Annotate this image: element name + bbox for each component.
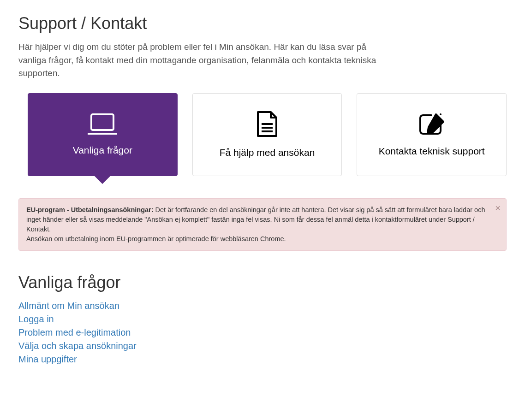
tab-label: Få hjälp med ansökan [220,146,315,159]
close-icon[interactable]: × [495,203,501,213]
tab-contact[interactable]: Kontakta teknisk support [357,93,507,176]
faq-link-eid[interactable]: Problem med e-legitimation [18,327,131,337]
alert-bold: EU-program - Utbetalningsansökningar: [26,206,154,213]
edit-icon [418,112,446,136]
list-item: Välja och skapa ansökningar [18,341,507,351]
list-item: Allmänt om Min ansökan [18,301,507,311]
svg-rect-0 [91,114,113,130]
tab-label: Kontakta teknisk support [379,145,485,157]
alert-body2: Ansökan om utbetalning inom EU-programme… [26,235,286,243]
page-title: Support / Kontakt [18,14,507,33]
faq-link-login[interactable]: Logga in [18,314,54,324]
faq-link-applications[interactable]: Välja och skapa ansökningar [18,341,137,351]
list-item: Mina uppgifter [18,354,507,365]
faq-links: Allmänt om Min ansökan Logga in Problem … [18,301,507,365]
tabs: Vanliga frågor Få hjälp med ansökan Kont… [28,93,507,176]
tab-faq[interactable]: Vanliga frågor [28,93,178,176]
list-item: Problem med e-legitimation [18,327,507,338]
page-intro: Här hjälper vi dig om du stöter på probl… [18,41,383,80]
faq-link-myinfo[interactable]: Mina uppgifter [18,354,77,364]
laptop-icon [87,112,118,136]
document-icon [255,110,279,138]
alert-warning: × EU-program - Utbetalningsansökningar: … [18,198,507,251]
faq-link-general[interactable]: Allmänt om Min ansökan [18,301,119,311]
list-item: Logga in [18,314,507,325]
tab-label: Vanliga frågor [73,144,132,156]
faq-title: Vanliga frågor [18,273,507,292]
tab-help[interactable]: Få hjälp med ansökan [192,93,342,176]
